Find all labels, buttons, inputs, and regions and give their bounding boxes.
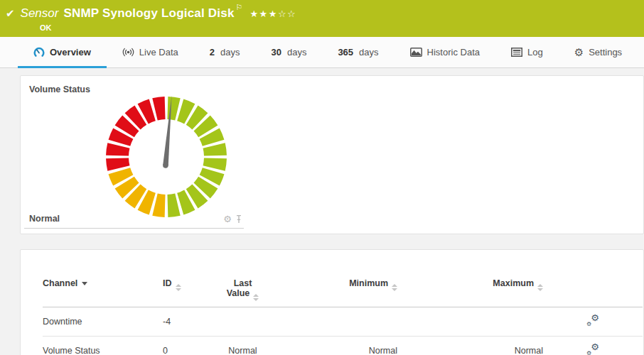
gear-icon: ⚙ xyxy=(574,47,584,58)
cell-maximum: Normal xyxy=(397,337,543,355)
column-label: Minimum xyxy=(349,278,388,288)
channel-settings-icon[interactable]: ⚙⚙ xyxy=(586,315,599,327)
cell-id: 0 xyxy=(163,337,213,355)
cell-channel: Downtime xyxy=(43,307,163,337)
sort-icon xyxy=(253,294,259,301)
cell-last-value xyxy=(213,307,273,337)
tab-number: 30 xyxy=(271,47,281,58)
cell-last-value: Normal xyxy=(213,337,273,355)
tab-2-days[interactable]: 2 days xyxy=(194,37,256,67)
tab-label: days xyxy=(359,47,378,58)
tab-label: Settings xyxy=(589,47,622,58)
sensor-kind-label: Sensor xyxy=(21,6,59,21)
overview-content: Volume Status Normal ⚙ Channel ID Last V… xyxy=(0,68,644,355)
column-header-actions xyxy=(543,278,643,307)
volume-status-gauge-card: Volume Status Normal ⚙ xyxy=(20,75,644,234)
tab-number: 365 xyxy=(338,47,353,58)
stars-empty: ☆☆ xyxy=(278,9,296,19)
live-data-icon xyxy=(122,47,134,58)
priority-stars[interactable]: ★★★☆☆ xyxy=(249,9,296,19)
tab-overview[interactable]: Overview xyxy=(18,37,107,67)
gauge-settings-gear-icon[interactable]: ⚙ xyxy=(223,214,232,224)
column-label: Channel xyxy=(43,278,77,288)
table-row-downtime: Downtime -4 ⚙⚙ xyxy=(43,307,643,337)
sensor-status-badge: OK xyxy=(40,23,644,32)
table-row-volume-status: Volume Status 0 Normal Normal Normal ⚙⚙ xyxy=(43,337,643,355)
sensor-title: SNMP Synology Logical Disk xyxy=(63,6,234,21)
flag-icon[interactable]: ⚐ xyxy=(236,3,243,12)
tab-bar: Overview Live Data 2 days 30 days 365 da… xyxy=(0,37,644,68)
table-header-row: Channel ID Last Value Minimum Maximum xyxy=(43,278,643,307)
sensor-status-header: ✔ Sensor SNMP Synology Logical Disk ⚐ ★★… xyxy=(0,0,644,37)
tab-live-data[interactable]: Live Data xyxy=(107,37,194,67)
gauge-title: Volume Status xyxy=(29,84,90,94)
gauge-footer: Normal ⚙ xyxy=(24,214,244,229)
channels-table-card: Channel ID Last Value Minimum Maximum Do… xyxy=(20,249,644,355)
tab-label: Overview xyxy=(50,47,91,58)
column-label: Last Value xyxy=(227,278,252,298)
pin-icon[interactable] xyxy=(235,214,242,224)
tab-label: days xyxy=(287,47,306,58)
tab-label: Log xyxy=(527,47,543,58)
cell-minimum xyxy=(273,307,397,337)
cell-id: -4 xyxy=(163,307,213,337)
cell-channel: Volume Status xyxy=(43,337,163,355)
sensor-title-row: ✔ Sensor SNMP Synology Logical Disk ⚐ ★★… xyxy=(6,5,644,22)
column-header-minimum[interactable]: Minimum xyxy=(273,278,397,307)
cell-maximum xyxy=(397,307,543,337)
tab-settings[interactable]: ⚙ Settings xyxy=(559,37,638,67)
historic-data-icon xyxy=(410,48,422,57)
tab-log[interactable]: Log xyxy=(495,37,559,67)
tab-365-days[interactable]: 365 days xyxy=(322,37,394,67)
tab-number: 2 xyxy=(210,47,215,58)
sort-icon xyxy=(537,284,543,291)
column-header-maximum[interactable]: Maximum xyxy=(397,278,543,307)
column-header-channel[interactable]: Channel xyxy=(43,278,163,307)
cell-actions: ⚙⚙ xyxy=(543,307,643,337)
column-label: ID xyxy=(163,278,172,288)
gauge-icon xyxy=(33,47,45,58)
stars-filled: ★★★ xyxy=(249,9,277,19)
tab-label: days xyxy=(220,47,240,58)
column-header-id[interactable]: ID xyxy=(163,278,213,307)
check-icon: ✔ xyxy=(6,7,15,20)
cell-actions: ⚙⚙ xyxy=(543,337,643,355)
sort-icon xyxy=(392,284,397,291)
tab-label: Historic Data xyxy=(427,47,480,58)
sort-icon xyxy=(176,284,181,291)
volume-status-gauge xyxy=(95,86,237,228)
gauge-footer-icons: ⚙ xyxy=(223,214,242,224)
tab-historic-data[interactable]: Historic Data xyxy=(395,37,495,67)
cell-minimum: Normal xyxy=(273,337,397,355)
tab-label: Live Data xyxy=(139,47,178,58)
gauge-value: Normal xyxy=(29,214,60,224)
column-label: Maximum xyxy=(493,278,534,288)
column-header-last-value[interactable]: Last Value xyxy=(213,278,273,307)
sort-desc-icon xyxy=(82,282,87,285)
log-icon xyxy=(511,48,522,57)
channels-table: Channel ID Last Value Minimum Maximum Do… xyxy=(43,278,643,355)
channel-settings-icon[interactable]: ⚙⚙ xyxy=(586,344,599,355)
tab-30-days[interactable]: 30 days xyxy=(255,37,322,67)
